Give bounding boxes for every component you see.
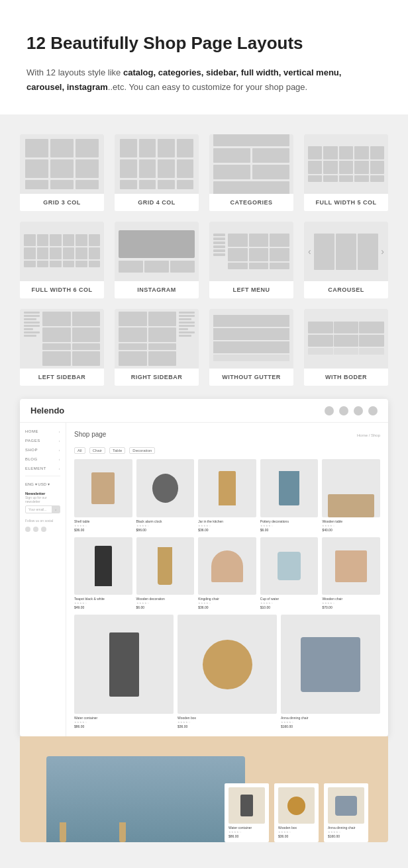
product-item[interactable]: Pottery decorations ★★★★☆ $6.00 <box>260 459 319 532</box>
preview-box <box>76 180 99 189</box>
filter-table[interactable]: Table <box>109 447 125 454</box>
account-icon[interactable] <box>368 406 378 415</box>
nav-item-pages[interactable]: PAGES › <box>25 439 60 443</box>
layout-card-withboder[interactable]: WITH BODER <box>304 309 388 386</box>
layout-preview-carousel: ‹ › <box>304 222 388 281</box>
product-item[interactable]: Wooden chair ★★★★☆ $70.00 <box>322 537 380 610</box>
showcase-price: $36.00 <box>278 834 315 838</box>
nav-item-element[interactable]: ELEMENT › <box>25 466 60 470</box>
preview-box <box>158 180 175 189</box>
layout-label-leftmenu: LEFT MENU <box>209 281 293 298</box>
product-item[interactable]: Teapot black & white ★★★★☆ $49.00 <box>74 537 132 610</box>
ng-full <box>213 328 289 340</box>
wb-row <box>308 335 384 347</box>
product-image <box>322 537 380 595</box>
nav-item-blog[interactable]: BLOG › <box>25 457 60 461</box>
preview-carousel: ‹ › <box>304 230 388 274</box>
showcase-product[interactable]: Water container ★★★★☆ $86.00 <box>225 783 269 842</box>
layout-card-grid4[interactable]: GRID 4 COL <box>115 134 199 211</box>
product-stars: ★★★★☆ <box>322 601 380 605</box>
product-item[interactable]: Kingding chair ★★★★☆ $36.00 <box>198 537 256 610</box>
car-item <box>314 234 334 270</box>
showcase-product[interactable]: Anna dinning chair ★★★★☆ $160.00 <box>324 783 368 842</box>
product-name: Anna dinning chair <box>281 716 380 720</box>
preview-box <box>354 161 368 174</box>
product-stars: ★★★★☆ <box>198 601 256 605</box>
filter-chair[interactable]: Chair <box>89 447 105 454</box>
layout-card-leftsidebar[interactable]: LEFT SIDEBAR <box>20 309 104 386</box>
fw-box <box>50 247 62 259</box>
product-price: $36.00 <box>198 528 256 532</box>
fw-box <box>76 261 87 267</box>
wishlist-icon[interactable] <box>354 406 363 415</box>
wb-row <box>308 322 384 333</box>
rs-box <box>148 327 177 342</box>
layout-label-instagram: INSTAGRAM <box>115 281 199 298</box>
showcase-name: Anna dinning chair <box>328 826 364 830</box>
filter-all[interactable]: All <box>74 447 85 454</box>
layout-card-categories[interactable]: CATEGORIES <box>209 134 293 211</box>
layout-card-fullwidth5[interactable]: FULL WIDTH 5 COL <box>304 134 388 211</box>
showcase-stars: ★★★★☆ <box>229 830 265 834</box>
ls-line <box>24 331 40 333</box>
product-item[interactable]: Black alarm clock ★★★★☆ $86.00 <box>136 459 195 532</box>
layout-card-rightsidebar[interactable]: RIGHT SIDEBAR <box>115 309 199 386</box>
preview-box <box>76 139 99 157</box>
mockup-main: Shop page Home / Shop All Chair Table De… <box>66 423 388 736</box>
layout-label-fullwidth6: FULL WIDTH 6 COL <box>20 281 104 298</box>
preview-box <box>323 175 337 182</box>
fw-box <box>63 247 75 259</box>
showcase-product[interactable]: Wooden box ★★★★☆ $36.00 <box>274 783 319 842</box>
social-facebook[interactable] <box>25 527 30 532</box>
product-item[interactable]: Cup of water ★★★★☆ $10.00 <box>260 537 319 610</box>
fw-row <box>24 247 100 259</box>
lm-box <box>228 234 248 247</box>
lang-selector[interactable]: ENG ▾ USD ▾ <box>25 482 60 486</box>
product-stars: ★★★★☆ <box>74 720 174 724</box>
wb-row <box>308 348 384 355</box>
ls-line <box>24 325 40 327</box>
search-icon[interactable] <box>325 406 334 415</box>
ig-sm <box>170 261 195 273</box>
rs-box <box>148 351 177 366</box>
layout-card-fullwidth6[interactable]: FULL WIDTH 6 COL <box>20 222 104 298</box>
layout-card-instagram[interactable]: INSTAGRAM <box>115 222 199 298</box>
newsletter-submit[interactable]: › <box>52 506 60 513</box>
product-item[interactable]: Shell table ★★★★☆ $36.00 <box>74 459 132 532</box>
layout-card-carousel[interactable]: ‹ › CAROUSEL <box>304 222 388 298</box>
newsletter-field[interactable]: Your email... <box>26 506 52 513</box>
rs-box <box>119 312 147 326</box>
nav-arrow: › <box>59 457 60 461</box>
product-item[interactable]: Jar in the kitchen ★★★★☆ $36.00 <box>198 459 256 532</box>
layout-label-fullwidth5: FULL WIDTH 5 COL <box>304 194 388 211</box>
social-instagram[interactable] <box>41 527 46 532</box>
car-item <box>336 234 356 270</box>
product-item[interactable]: Water container ★★★★☆ $86.00 <box>74 615 174 728</box>
layout-card-leftmenu[interactable]: LEFT MENU <box>209 222 293 298</box>
ls-box <box>42 327 71 342</box>
cart-icon[interactable] <box>339 406 348 415</box>
layout-card-grid3[interactable]: GRID 3 COL <box>20 134 104 211</box>
product-item[interactable]: Anna dinning chair ★★★★☆ $160.00 <box>281 615 380 728</box>
fw-box <box>37 261 49 267</box>
nav-item-home[interactable]: HOME › <box>25 429 60 433</box>
ig-sm <box>119 261 143 273</box>
preview-box <box>139 180 156 189</box>
filter-decoration[interactable]: Decoration <box>129 447 155 454</box>
product-price: $36.00 <box>198 605 256 609</box>
product-item[interactable]: Wooden box ★★★★☆ $36.00 <box>178 615 277 728</box>
layouts-section: GRID 3 COL GRID 4 C <box>0 114 408 868</box>
layout-preview-categories <box>209 134 293 194</box>
product-item[interactable]: Wooden table ★★★★☆ $40.00 <box>322 459 380 532</box>
breadcrumb: Home / Shop <box>357 433 380 437</box>
social-twitter[interactable] <box>33 527 38 532</box>
layout-card-nogutter[interactable]: WITHOUT GUTTER <box>209 309 293 386</box>
product-item[interactable]: Wooden decoration ★★★★☆ $6.00 <box>136 537 195 610</box>
lm-box <box>270 248 289 261</box>
nav-item-shop[interactable]: SHOP › <box>25 448 60 452</box>
fw-box <box>89 247 101 259</box>
fw-box <box>24 234 36 246</box>
preview-categories <box>209 134 293 194</box>
wb-box <box>334 322 359 333</box>
product-stars: ★★★★☆ <box>178 720 277 724</box>
